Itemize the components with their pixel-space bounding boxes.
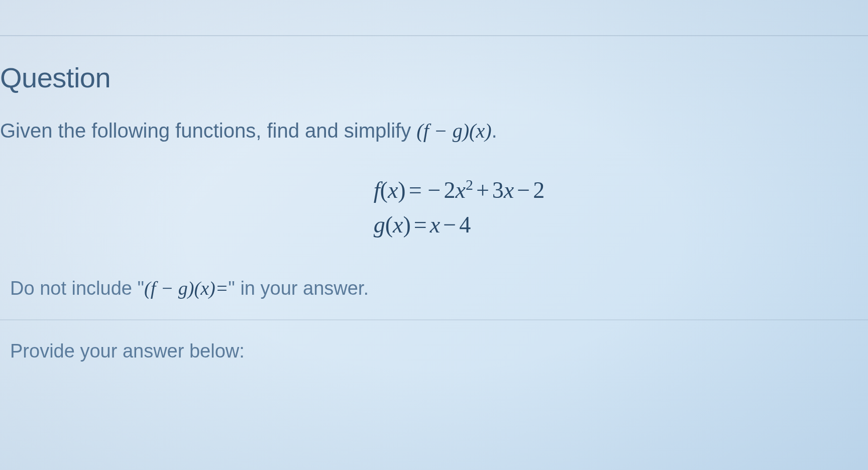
equations-inner: f(x)=−2x2+3x−2 g(x)=x−4 [374, 173, 545, 242]
question-title: Question [0, 61, 868, 94]
bottom-divider [0, 319, 868, 320]
prompt-suffix: . [492, 120, 497, 142]
equation-f: f(x)=−2x2+3x−2 [374, 173, 545, 207]
equations-block: f(x)=−2x2+3x−2 g(x)=x−4 [0, 173, 868, 242]
note-prefix: Do not include " [10, 278, 144, 299]
note-text: Do not include "(f − g)(x)=" in your ans… [0, 277, 868, 299]
question-container: Question Given the following functions, … [0, 35, 868, 470]
question-prompt: Given the following functions, find and … [0, 119, 868, 143]
prompt-math-expression: (f − g)(x) [416, 120, 491, 142]
content-area: Question Given the following functions, … [0, 36, 868, 362]
equation-g: g(x)=x−4 [374, 207, 545, 242]
note-math-expression: (f − g)(x)= [144, 278, 228, 299]
prompt-prefix: Given the following functions, find and … [0, 120, 416, 142]
note-suffix: " in your answer. [228, 278, 369, 299]
answer-prompt: Provide your answer below: [0, 340, 868, 362]
